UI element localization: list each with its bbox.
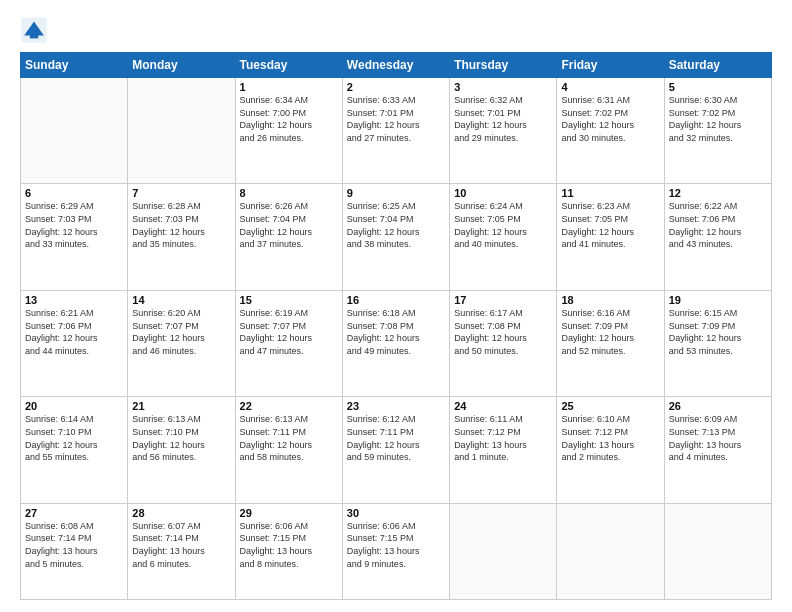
svg-rect-2 bbox=[30, 31, 38, 38]
day-number: 14 bbox=[132, 294, 230, 306]
day-info: Sunrise: 6:17 AM Sunset: 7:08 PM Dayligh… bbox=[454, 307, 552, 357]
day-number: 25 bbox=[561, 400, 659, 412]
calendar-cell: 12Sunrise: 6:22 AM Sunset: 7:06 PM Dayli… bbox=[664, 184, 771, 290]
day-number: 15 bbox=[240, 294, 338, 306]
calendar-cell: 1Sunrise: 6:34 AM Sunset: 7:00 PM Daylig… bbox=[235, 78, 342, 184]
calendar-cell: 8Sunrise: 6:26 AM Sunset: 7:04 PM Daylig… bbox=[235, 184, 342, 290]
day-number: 26 bbox=[669, 400, 767, 412]
calendar-cell: 20Sunrise: 6:14 AM Sunset: 7:10 PM Dayli… bbox=[21, 397, 128, 503]
day-info: Sunrise: 6:32 AM Sunset: 7:01 PM Dayligh… bbox=[454, 94, 552, 144]
day-info: Sunrise: 6:06 AM Sunset: 7:15 PM Dayligh… bbox=[240, 520, 338, 570]
day-number: 7 bbox=[132, 187, 230, 199]
day-number: 2 bbox=[347, 81, 445, 93]
day-number: 4 bbox=[561, 81, 659, 93]
day-info: Sunrise: 6:30 AM Sunset: 7:02 PM Dayligh… bbox=[669, 94, 767, 144]
calendar-cell: 9Sunrise: 6:25 AM Sunset: 7:04 PM Daylig… bbox=[342, 184, 449, 290]
calendar-cell: 6Sunrise: 6:29 AM Sunset: 7:03 PM Daylig… bbox=[21, 184, 128, 290]
calendar-cell: 7Sunrise: 6:28 AM Sunset: 7:03 PM Daylig… bbox=[128, 184, 235, 290]
day-number: 12 bbox=[669, 187, 767, 199]
calendar-table: SundayMondayTuesdayWednesdayThursdayFrid… bbox=[20, 52, 772, 600]
day-info: Sunrise: 6:18 AM Sunset: 7:08 PM Dayligh… bbox=[347, 307, 445, 357]
day-info: Sunrise: 6:23 AM Sunset: 7:05 PM Dayligh… bbox=[561, 200, 659, 250]
day-info: Sunrise: 6:13 AM Sunset: 7:11 PM Dayligh… bbox=[240, 413, 338, 463]
day-info: Sunrise: 6:21 AM Sunset: 7:06 PM Dayligh… bbox=[25, 307, 123, 357]
page: SundayMondayTuesdayWednesdayThursdayFrid… bbox=[0, 0, 792, 612]
calendar-cell: 18Sunrise: 6:16 AM Sunset: 7:09 PM Dayli… bbox=[557, 290, 664, 396]
weekday-header-sunday: Sunday bbox=[21, 53, 128, 78]
day-info: Sunrise: 6:29 AM Sunset: 7:03 PM Dayligh… bbox=[25, 200, 123, 250]
calendar-cell: 28Sunrise: 6:07 AM Sunset: 7:14 PM Dayli… bbox=[128, 503, 235, 599]
day-info: Sunrise: 6:09 AM Sunset: 7:13 PM Dayligh… bbox=[669, 413, 767, 463]
calendar-week-row: 13Sunrise: 6:21 AM Sunset: 7:06 PM Dayli… bbox=[21, 290, 772, 396]
calendar-cell: 11Sunrise: 6:23 AM Sunset: 7:05 PM Dayli… bbox=[557, 184, 664, 290]
weekday-header-wednesday: Wednesday bbox=[342, 53, 449, 78]
calendar-cell: 26Sunrise: 6:09 AM Sunset: 7:13 PM Dayli… bbox=[664, 397, 771, 503]
day-number: 19 bbox=[669, 294, 767, 306]
day-info: Sunrise: 6:28 AM Sunset: 7:03 PM Dayligh… bbox=[132, 200, 230, 250]
day-number: 20 bbox=[25, 400, 123, 412]
calendar-cell bbox=[664, 503, 771, 599]
day-info: Sunrise: 6:10 AM Sunset: 7:12 PM Dayligh… bbox=[561, 413, 659, 463]
calendar-week-row: 1Sunrise: 6:34 AM Sunset: 7:00 PM Daylig… bbox=[21, 78, 772, 184]
day-info: Sunrise: 6:06 AM Sunset: 7:15 PM Dayligh… bbox=[347, 520, 445, 570]
day-number: 10 bbox=[454, 187, 552, 199]
day-info: Sunrise: 6:08 AM Sunset: 7:14 PM Dayligh… bbox=[25, 520, 123, 570]
calendar-week-row: 6Sunrise: 6:29 AM Sunset: 7:03 PM Daylig… bbox=[21, 184, 772, 290]
day-info: Sunrise: 6:11 AM Sunset: 7:12 PM Dayligh… bbox=[454, 413, 552, 463]
weekday-header-monday: Monday bbox=[128, 53, 235, 78]
day-number: 11 bbox=[561, 187, 659, 199]
day-number: 18 bbox=[561, 294, 659, 306]
calendar-cell bbox=[128, 78, 235, 184]
calendar-cell: 14Sunrise: 6:20 AM Sunset: 7:07 PM Dayli… bbox=[128, 290, 235, 396]
calendar-week-row: 27Sunrise: 6:08 AM Sunset: 7:14 PM Dayli… bbox=[21, 503, 772, 599]
day-number: 5 bbox=[669, 81, 767, 93]
calendar-cell: 30Sunrise: 6:06 AM Sunset: 7:15 PM Dayli… bbox=[342, 503, 449, 599]
calendar-cell bbox=[557, 503, 664, 599]
calendar-cell bbox=[21, 78, 128, 184]
day-number: 1 bbox=[240, 81, 338, 93]
calendar-cell: 13Sunrise: 6:21 AM Sunset: 7:06 PM Dayli… bbox=[21, 290, 128, 396]
day-info: Sunrise: 6:24 AM Sunset: 7:05 PM Dayligh… bbox=[454, 200, 552, 250]
logo-icon bbox=[20, 16, 48, 44]
weekday-header-friday: Friday bbox=[557, 53, 664, 78]
header bbox=[20, 16, 772, 44]
day-number: 16 bbox=[347, 294, 445, 306]
day-number: 21 bbox=[132, 400, 230, 412]
day-number: 9 bbox=[347, 187, 445, 199]
calendar-cell: 19Sunrise: 6:15 AM Sunset: 7:09 PM Dayli… bbox=[664, 290, 771, 396]
calendar-cell: 17Sunrise: 6:17 AM Sunset: 7:08 PM Dayli… bbox=[450, 290, 557, 396]
day-info: Sunrise: 6:26 AM Sunset: 7:04 PM Dayligh… bbox=[240, 200, 338, 250]
day-number: 3 bbox=[454, 81, 552, 93]
day-info: Sunrise: 6:33 AM Sunset: 7:01 PM Dayligh… bbox=[347, 94, 445, 144]
calendar-week-row: 20Sunrise: 6:14 AM Sunset: 7:10 PM Dayli… bbox=[21, 397, 772, 503]
calendar-cell: 4Sunrise: 6:31 AM Sunset: 7:02 PM Daylig… bbox=[557, 78, 664, 184]
calendar-cell: 29Sunrise: 6:06 AM Sunset: 7:15 PM Dayli… bbox=[235, 503, 342, 599]
calendar-cell: 21Sunrise: 6:13 AM Sunset: 7:10 PM Dayli… bbox=[128, 397, 235, 503]
weekday-header-thursday: Thursday bbox=[450, 53, 557, 78]
weekday-header-row: SundayMondayTuesdayWednesdayThursdayFrid… bbox=[21, 53, 772, 78]
day-number: 23 bbox=[347, 400, 445, 412]
calendar-cell: 22Sunrise: 6:13 AM Sunset: 7:11 PM Dayli… bbox=[235, 397, 342, 503]
weekday-header-saturday: Saturday bbox=[664, 53, 771, 78]
day-number: 22 bbox=[240, 400, 338, 412]
day-number: 30 bbox=[347, 507, 445, 519]
day-number: 17 bbox=[454, 294, 552, 306]
day-info: Sunrise: 6:19 AM Sunset: 7:07 PM Dayligh… bbox=[240, 307, 338, 357]
calendar-cell: 3Sunrise: 6:32 AM Sunset: 7:01 PM Daylig… bbox=[450, 78, 557, 184]
day-info: Sunrise: 6:16 AM Sunset: 7:09 PM Dayligh… bbox=[561, 307, 659, 357]
calendar-cell: 10Sunrise: 6:24 AM Sunset: 7:05 PM Dayli… bbox=[450, 184, 557, 290]
calendar-cell: 2Sunrise: 6:33 AM Sunset: 7:01 PM Daylig… bbox=[342, 78, 449, 184]
day-number: 27 bbox=[25, 507, 123, 519]
day-number: 8 bbox=[240, 187, 338, 199]
day-info: Sunrise: 6:13 AM Sunset: 7:10 PM Dayligh… bbox=[132, 413, 230, 463]
day-info: Sunrise: 6:22 AM Sunset: 7:06 PM Dayligh… bbox=[669, 200, 767, 250]
day-info: Sunrise: 6:20 AM Sunset: 7:07 PM Dayligh… bbox=[132, 307, 230, 357]
calendar-cell: 15Sunrise: 6:19 AM Sunset: 7:07 PM Dayli… bbox=[235, 290, 342, 396]
day-number: 28 bbox=[132, 507, 230, 519]
calendar-cell: 23Sunrise: 6:12 AM Sunset: 7:11 PM Dayli… bbox=[342, 397, 449, 503]
day-number: 6 bbox=[25, 187, 123, 199]
day-info: Sunrise: 6:12 AM Sunset: 7:11 PM Dayligh… bbox=[347, 413, 445, 463]
calendar-cell: 16Sunrise: 6:18 AM Sunset: 7:08 PM Dayli… bbox=[342, 290, 449, 396]
weekday-header-tuesday: Tuesday bbox=[235, 53, 342, 78]
day-info: Sunrise: 6:25 AM Sunset: 7:04 PM Dayligh… bbox=[347, 200, 445, 250]
